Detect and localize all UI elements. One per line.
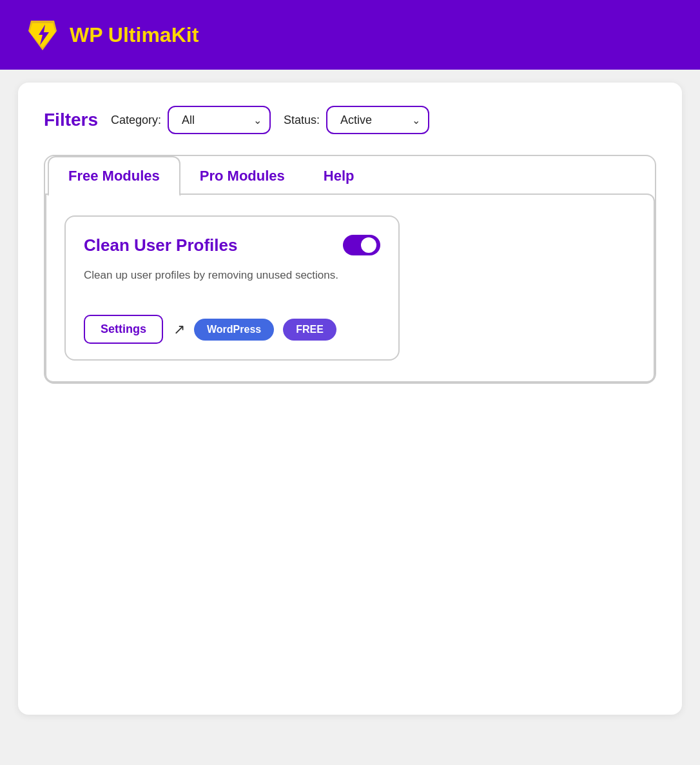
- category-filter-group: Category: All Security Performance User …: [111, 106, 271, 134]
- tabs-container: Free Modules Pro Modules Help Clean User…: [44, 155, 656, 384]
- tab-free-modules[interactable]: Free Modules: [48, 156, 180, 196]
- filters-row: Filters Category: All Security Performan…: [44, 106, 656, 134]
- status-select[interactable]: Active Inactive All: [326, 106, 429, 134]
- category-select[interactable]: All Security Performance User Content: [168, 106, 271, 134]
- module-card-header: Clean User Profiles: [84, 235, 380, 255]
- status-filter-label: Status:: [284, 114, 320, 127]
- main-content: Filters Category: All Security Performan…: [18, 83, 682, 715]
- status-select-wrapper: Active Inactive All ⌄: [326, 106, 429, 134]
- module-description: Clean up user profiles by removing unuse…: [84, 267, 380, 284]
- tabs-nav: Free Modules Pro Modules Help: [45, 156, 655, 195]
- app-title: WP UltimaKit: [70, 23, 199, 47]
- module-title: Clean User Profiles: [84, 235, 237, 255]
- header: WP UltimaKit: [0, 0, 700, 70]
- logo-icon: [26, 18, 59, 52]
- external-link-icon[interactable]: ↗: [173, 321, 185, 338]
- tabs-body: Clean User Profiles Clean up user profil…: [45, 194, 655, 382]
- settings-button[interactable]: Settings: [84, 315, 163, 344]
- toggle-thumb: [361, 237, 376, 253]
- tab-help[interactable]: Help: [304, 157, 374, 195]
- toggle-track: [343, 235, 380, 255]
- status-filter-group: Status: Active Inactive All ⌄: [284, 106, 429, 134]
- module-card-clean-user-profiles: Clean User Profiles Clean up user profil…: [64, 215, 400, 361]
- category-select-wrapper: All Security Performance User Content ⌄: [168, 106, 271, 134]
- module-footer: Settings ↗ WordPress FREE: [84, 315, 380, 344]
- module-toggle[interactable]: [343, 235, 380, 255]
- wordpress-badge: WordPress: [194, 319, 274, 341]
- tab-pro-modules[interactable]: Pro Modules: [180, 157, 304, 195]
- filters-label: Filters: [44, 110, 98, 130]
- category-filter-label: Category:: [111, 114, 161, 127]
- free-badge: FREE: [283, 319, 336, 341]
